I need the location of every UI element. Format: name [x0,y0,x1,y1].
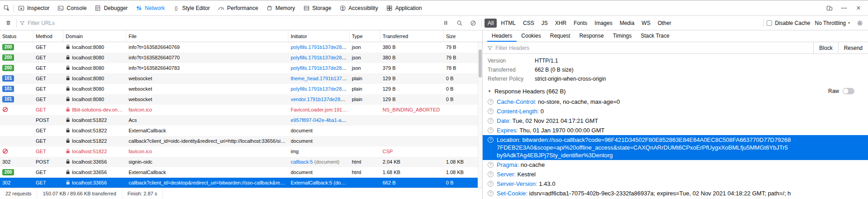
question-icon[interactable]: ? [488,162,494,168]
cell-type: plain [350,94,380,105]
column-header-size[interactable]: Size [444,30,478,42]
cell-type: html [350,157,380,167]
disable-cache-checkbox[interactable]: Disable Cache [767,20,810,26]
cell-type: json [350,63,380,73]
tab-application[interactable]: Application [382,0,426,15]
meatball-menu-icon[interactable] [838,3,850,14]
details-tab-timings[interactable]: Timings [608,30,636,42]
finish-time: Finish: 2.87 s [122,188,163,199]
header-row[interactable]: ?Date: Tue, 02 Nov 2021 04:17:21 GMT [488,116,864,126]
block-requests-icon[interactable] [468,18,479,29]
cell-file: ExternalCallback [126,126,288,136]
header-name: Cache-Control: [497,98,536,105]
column-header-status[interactable]: Status [0,30,34,42]
lock-icon [66,115,70,126]
header-row[interactable]: ?Location: bitwarden://sso-callback?code… [483,135,868,160]
network-request-row[interactable]: 200GETlocalhost:8080info?t=1635826640770… [0,53,478,63]
type-filter-other[interactable]: Other [654,19,674,28]
inspector-icon [18,5,24,11]
column-header-initiator[interactable]: Initiator [288,30,350,42]
block-button[interactable]: Block [813,42,838,53]
type-filter-ws[interactable]: WS [638,19,653,28]
type-filter-css[interactable]: CSS [520,19,537,28]
network-rows: 200GETlocalhost:8080info?t=1635826640769… [0,42,478,188]
tab-console[interactable]: Console [53,0,91,15]
resend-button[interactable]: Resend [838,42,868,53]
clear-requests-button[interactable] [3,18,14,29]
scrollbar-thumb[interactable] [479,49,482,78]
tab-debugger[interactable]: Debugger [91,0,132,15]
details-tab-request[interactable]: Request [546,30,575,42]
pause-recording-icon[interactable] [441,18,451,29]
network-request-row[interactable]: GET8bit-solutions-dev.onelogin…favicon.i… [0,105,478,115]
details-tab-stack-trace[interactable]: Stack Trace [636,30,674,42]
tab-style-editor[interactable]: {} Style Editor [169,0,214,15]
tab-storage[interactable]: Storage [299,0,336,15]
close-icon[interactable]: × [853,3,864,14]
search-icon[interactable] [454,18,465,29]
header-row[interactable]: ?Server-Version: 1.43.0 [488,179,864,189]
cell-size [444,136,478,146]
raw-toggle[interactable] [843,88,854,94]
question-icon[interactable]: ? [488,118,494,124]
tab-inspector[interactable]: Inspector [14,0,53,15]
network-request-row[interactable]: GETlocalhost:51822callback?client_id=oid… [0,136,478,146]
type-filter-images[interactable]: Images [591,19,615,28]
settings-gear-icon[interactable] [854,18,865,29]
question-icon[interactable]: ? [488,137,494,143]
column-header-file[interactable]: File [126,30,288,42]
header-row[interactable]: ?Cache-Control: no-store, no-cache, max-… [488,97,864,107]
network-request-row[interactable]: POSTlocalhost:51822Acse957f897-042e-4ba1… [0,115,478,126]
header-row[interactable]: ?Server: Kestrel [488,170,864,179]
question-icon[interactable]: ? [488,108,494,114]
filter-headers-input[interactable] [495,45,813,51]
request-list-scrollbar[interactable] [478,42,482,188]
network-request-row[interactable]: GETlocalhost:51822ExternalCallbackdocume… [0,126,478,136]
header-row[interactable]: ?Content-Length: 0 [488,107,864,116]
filter-urls-input[interactable] [28,20,438,26]
type-filter-fonts[interactable]: Fonts [571,19,590,28]
cell-method: GET [34,136,63,146]
cell-size: 0 B [444,94,478,105]
question-icon[interactable]: ? [488,181,494,187]
tab-performance[interactable]: Performance [214,0,262,15]
network-request-row[interactable]: 101GETlocalhost:8080websocketpolyfills.1… [0,84,478,94]
cell-file: callback?client_id=desktop&redirect_uri=… [126,178,288,188]
question-icon[interactable]: ? [488,171,494,177]
network-request-row[interactable]: 200GETlocalhost:33656ExternalCallbackdoc… [0,167,478,178]
column-header-method[interactable]: Method [34,30,63,42]
network-request-row[interactable]: 200GETlocalhost:8080info?t=1635826640783… [0,63,478,73]
column-header-transferred[interactable]: Transferred [380,30,444,42]
type-filter-js[interactable]: JS [538,19,551,28]
network-request-row[interactable]: 302GETlocalhost:33656callback?client_id=… [0,178,478,188]
response-headers-section[interactable]: ▼ Response Headers (662 B) Raw [488,85,864,97]
question-icon[interactable]: ? [488,190,494,196]
network-request-row[interactable]: 302POSTlocalhost:33656signin-oidccallbac… [0,157,478,167]
network-request-row[interactable]: 101GETlocalhost:8080websocketvendor.1791… [0,94,478,105]
question-icon[interactable]: ? [488,99,494,105]
column-header-domain[interactable]: Domain [63,30,126,42]
details-tab-cookies[interactable]: Cookies [517,30,545,42]
cell-domain: localhost:8080 [63,73,126,84]
tab-memory[interactable]: Memory [262,0,299,15]
question-icon[interactable]: ? [488,127,494,133]
tab-network[interactable]: Network [132,0,169,15]
type-filter-xhr[interactable]: XHR [552,19,570,28]
type-filter-all[interactable]: All [484,19,497,28]
network-request-row[interactable]: 101GETlocalhost:8080websockettheme_head.… [0,73,478,84]
network-request-row[interactable]: GETlocalhost:51822favicon.icoimgCSP [0,146,478,157]
throttling-dropdown[interactable]: No Throttling ▾ [813,20,852,26]
details-tab-headers[interactable]: Headers [487,30,517,42]
column-header-type[interactable]: Type [350,30,380,42]
type-filter-html[interactable]: HTML [498,19,519,28]
details-tab-response[interactable]: Response [575,30,608,42]
header-row[interactable]: ?Expires: Thu, 01 Jan 1970 00:00:00 GMT [488,126,864,135]
responsive-design-mode-icon[interactable] [824,3,835,14]
header-row[interactable]: ?Set-Cookie: idsrv=adf6cba1-7075-402b-9e… [488,189,864,199]
tab-accessibility[interactable]: Accessibility [336,0,382,15]
network-request-row[interactable]: 200GETlocalhost:8080info?t=1635826640769… [0,42,478,53]
headers-list: ?Cache-Control: no-store, no-cache, max-… [488,97,864,199]
type-filter-media[interactable]: Media [616,19,638,28]
header-row[interactable]: ?Pragma: no-cache [488,160,864,170]
element-picker-button[interactable] [0,0,14,15]
